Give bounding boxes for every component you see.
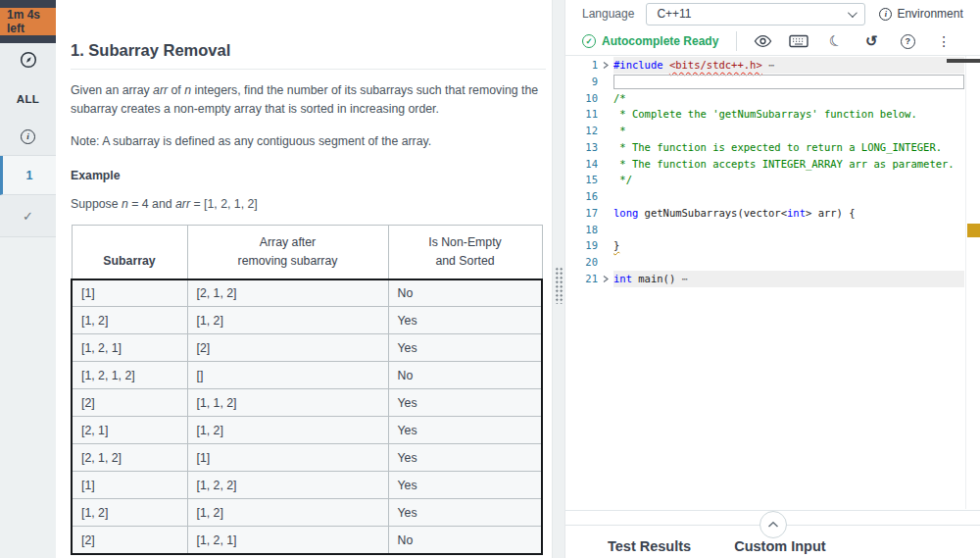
collapse-panel-button[interactable]: [760, 511, 787, 538]
code-line[interactable]: 1#include <bits/stdc++.h> ⋯: [565, 57, 980, 74]
table-cell: [1, 2, 2]: [187, 472, 388, 499]
code-line[interactable]: 11 * Complete the 'getNumSubarrays' func…: [565, 106, 980, 123]
sidebar-item-question-1[interactable]: 1: [0, 156, 56, 195]
code-line-content: }: [613, 237, 964, 254]
table-cell: Yes: [388, 389, 542, 417]
tab-custom-input[interactable]: Custom Input: [734, 538, 825, 554]
code-line[interactable]: 18: [565, 222, 980, 238]
table-cell: No: [388, 362, 542, 389]
fold-spacer: [598, 254, 613, 271]
check-icon: ✓: [23, 209, 33, 224]
table-cell: [2, 1, 2]: [187, 279, 388, 307]
panel-splitter[interactable]: [552, 0, 565, 558]
editor-panel: Language C++11 i Environment ✓ Autocompl…: [565, 0, 980, 558]
table-cell: [1, 2]: [72, 499, 187, 527]
code-editor[interactable]: 1#include <bits/stdc++.h> ⋯910/*11 * Com…: [565, 57, 980, 287]
problem-description: Given an array arr of n integers, find t…: [71, 81, 546, 119]
editor-toolbar-bottom: ✓ Autocomplete Ready ☾ ↺ ?: [565, 27, 980, 56]
history-icon[interactable]: ↺: [861, 32, 881, 50]
dark-mode-icon[interactable]: ☾: [825, 32, 845, 50]
code-token: /*: [613, 92, 626, 104]
fold-spacer: [598, 156, 613, 173]
code-line-content: long getNumSubarrays(vector<int> arr) {: [613, 205, 964, 222]
table-row: [2][1, 1, 2]Yes: [72, 389, 542, 417]
code-line-content: * The function is expected to return a L…: [613, 139, 964, 156]
sidebar-item-info[interactable]: i: [0, 118, 56, 156]
code-line-content: [613, 75, 964, 89]
code-line-content: #include <bits/stdc++.h> ⋯: [613, 57, 964, 74]
table-cell: [1, 2, 1, 2]: [72, 362, 187, 389]
code-token: > arr) {: [806, 207, 856, 219]
chevron-down-icon: [848, 8, 858, 18]
line-number: 1: [565, 57, 598, 74]
code-line[interactable]: 16: [565, 188, 980, 205]
code-line[interactable]: 13 * The function is expected to return …: [565, 139, 980, 156]
line-number: 18: [565, 222, 598, 238]
code-token: int: [613, 273, 632, 284]
code-line-content: [613, 188, 964, 205]
toolbar-divider: [736, 31, 737, 51]
table-row: [2, 1, 2][1]Yes: [72, 444, 542, 472]
keyboard-icon[interactable]: [789, 32, 808, 50]
sidebar-item-overview[interactable]: [0, 43, 56, 80]
line-number: 20: [565, 254, 598, 271]
sidebar-item-all[interactable]: ALL: [0, 80, 56, 118]
code-line-content: */: [613, 172, 964, 188]
table-cell: [1, 1, 2]: [187, 389, 388, 417]
code-token: * The function is expected to return a L…: [613, 141, 942, 153]
visibility-icon[interactable]: [753, 32, 772, 50]
table-row: [2, 1][1, 2]Yes: [72, 417, 542, 444]
warning-marker: [967, 224, 980, 237]
table-row: [1][2, 1, 2]No: [72, 279, 542, 307]
language-select[interactable]: C++11: [646, 3, 865, 25]
code-token: ⋯: [675, 273, 688, 284]
sidebar-item-label: ALL: [17, 93, 40, 105]
table-cell: [2]: [72, 527, 187, 554]
code-line[interactable]: 21int main() ⋯: [565, 271, 980, 287]
code-line[interactable]: 14 * The function accepts INTEGER_ARRAY …: [565, 156, 980, 173]
table-cell: [1, 2]: [187, 417, 388, 444]
editor-icon-buttons: ☾ ↺ ? ⋮: [753, 32, 954, 50]
code-line[interactable]: 20: [565, 254, 980, 271]
code-token: #include: [613, 59, 669, 71]
code-token: getNumSubarrays(vector<: [638, 207, 787, 219]
title-divider: [71, 69, 546, 70]
table-row: [1, 2][1, 2]Yes: [72, 307, 542, 334]
more-options-icon[interactable]: ⋮: [934, 32, 954, 50]
code-token: <bits/stdc++.h>: [669, 59, 762, 71]
fold-spacer: [598, 123, 613, 139]
help-icon[interactable]: ?: [898, 32, 917, 50]
table-cell: [1, 2, 1]: [72, 334, 187, 362]
fold-spacer: [598, 90, 613, 107]
table-row: [1, 2, 1][2]Yes: [72, 334, 542, 362]
info-icon: i: [879, 8, 892, 21]
environment-button[interactable]: i Environment: [879, 7, 962, 21]
fold-spacer: [598, 172, 613, 188]
fold-arrow-icon[interactable]: [598, 271, 613, 287]
environment-label: Environment: [897, 7, 962, 21]
fold-spacer: [598, 74, 613, 90]
table-header: Is Non-Empty and Sorted: [388, 226, 542, 279]
code-token: ⋯: [762, 59, 775, 71]
line-number: 10: [565, 90, 598, 107]
code-line[interactable]: 9: [565, 74, 980, 90]
sidebar-item-submit[interactable]: ✓: [0, 195, 56, 237]
chevron-up-icon: [767, 521, 779, 529]
code-line[interactable]: 12 *: [565, 123, 980, 139]
fold-spacer: [598, 139, 613, 156]
code-line[interactable]: 15 */: [565, 172, 980, 188]
table-cell: [1]: [187, 444, 388, 472]
code-line-content: [613, 254, 964, 271]
tab-test-results[interactable]: Test Results: [608, 538, 691, 554]
compass-icon: [20, 51, 37, 73]
line-number: 11: [565, 106, 598, 123]
sidebar-nav: ALL i 1 ✓: [0, 43, 56, 237]
code-line[interactable]: 17long getNumSubarrays(vector<int> arr) …: [565, 205, 980, 222]
table-cell: Yes: [388, 499, 542, 527]
code-line[interactable]: 19}: [565, 237, 980, 254]
code-line[interactable]: 10/*: [565, 90, 980, 107]
line-number: 21: [565, 271, 598, 287]
fold-arrow-icon[interactable]: [598, 57, 613, 74]
table-cell: [2, 1]: [72, 417, 187, 444]
fold-spacer: [598, 205, 613, 222]
